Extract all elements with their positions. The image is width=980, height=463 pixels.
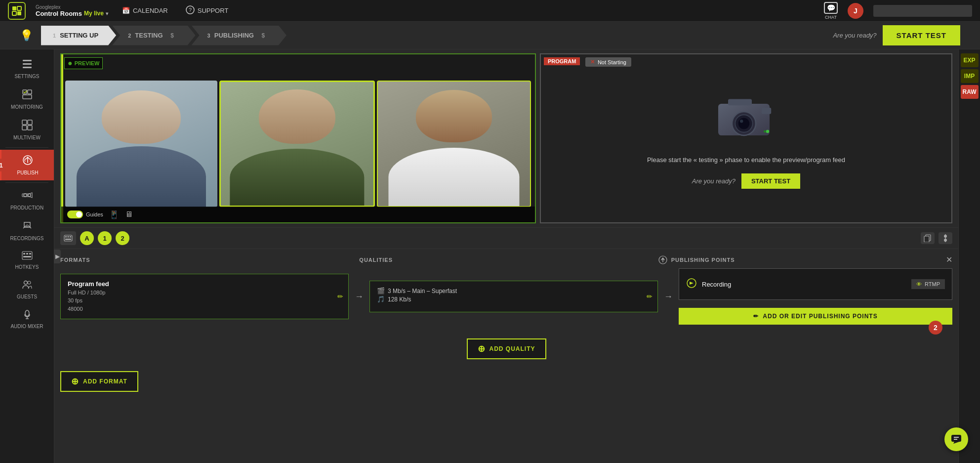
monitoring-label: MONITORING <box>11 104 43 110</box>
user-avatar[interactable]: J <box>848 3 863 19</box>
step-2-num: 2 <box>128 33 131 39</box>
program-label-text: PROGRAM <box>548 58 576 64</box>
svg-rect-22 <box>23 253 25 254</box>
svg-rect-14 <box>22 126 27 130</box>
sidebar-item-multiview[interactable]: MULTIVIEW <box>0 115 54 145</box>
layout-circle-a[interactable]: A <box>80 231 94 245</box>
qual-audio-text: 128 Kb/s <box>388 296 411 303</box>
add-format-button[interactable]: ⊕ ADD FORMAT <box>60 371 138 392</box>
collapse-sidebar-arrow[interactable]: ▶ <box>54 250 61 263</box>
format-card-line2: 30 fps <box>68 296 341 305</box>
step-2[interactable]: 2 TESTING $ <box>112 26 195 45</box>
svg-rect-1 <box>17 6 21 10</box>
sidebar-item-hotkeys[interactable]: HOTKEYS <box>0 246 54 275</box>
svg-point-20 <box>26 225 28 227</box>
guides-toggle[interactable]: Guides <box>67 210 103 218</box>
qual-video-row: 🎬 3 Mb/s – Main – Superfast <box>377 287 651 295</box>
sidebar-item-production[interactable]: PRODUCTION <box>0 185 54 215</box>
qual-video-text: 3 Mb/s – Main – Superfast <box>388 288 457 295</box>
audio-icon: 🎵 <box>377 295 385 303</box>
copy-icon[interactable] <box>921 232 935 244</box>
svg-point-28 <box>25 310 29 316</box>
bulb-icon: 💡 <box>20 29 33 42</box>
audio-mixer-label: AUDIO MIXER <box>10 324 43 329</box>
add-quality-row: ⊕ ADD QUALITY <box>60 331 952 367</box>
dropdown-arrow-icon[interactable]: ▾ <box>106 11 108 16</box>
raw-button[interactable]: RAW <box>961 85 979 99</box>
keyboard-layout-btn[interactable] <box>60 231 76 245</box>
sidebar-item-settings[interactable]: SETTINGS <box>0 53 54 84</box>
svg-rect-44 <box>65 239 71 240</box>
settings-label: SETTINGS <box>14 74 39 79</box>
sidebar-item-recordings[interactable]: RECORDINGS <box>0 215 54 246</box>
upload-icon <box>658 255 667 264</box>
svg-rect-43 <box>70 236 71 238</box>
format-card-edit-icon[interactable]: ✏ <box>337 293 343 300</box>
app-logo[interactable] <box>8 2 26 20</box>
left-sidebar: ▶ SETTINGS MONITORING <box>0 49 54 463</box>
guests-label: GUESTS <box>17 294 37 299</box>
svg-rect-40 <box>64 235 72 241</box>
not-starting-text: Not Starting <box>598 59 626 65</box>
pub-points-badge-2: 2 <box>929 321 942 335</box>
mobile-icon: 📱 <box>109 210 119 219</box>
rtmp-badge[interactable]: 👁 RTMP <box>911 279 945 289</box>
sidebar-item-guests[interactable]: GUESTS <box>0 275 54 304</box>
layout-circle-2[interactable]: 2 <box>116 231 129 245</box>
recording-card: Recording 👁 RTMP <box>679 268 952 300</box>
svg-point-27 <box>28 281 31 284</box>
svg-point-17 <box>24 194 27 197</box>
add-publishing-points-button[interactable]: ✏ ADD OR EDIT PUBLISHING POINTS <box>679 308 952 325</box>
sidebar-item-audio-mixer[interactable]: AUDIO MIXER <box>0 304 54 334</box>
center-content: ● PREVIEW <box>54 49 958 463</box>
svg-rect-13 <box>28 120 32 125</box>
chat-icon: 💬 <box>824 2 838 14</box>
format-card-title: Program feed <box>68 280 341 288</box>
add-quality-button[interactable]: ⊕ ADD QUALITY <box>467 338 546 359</box>
right-sidebar: EXP IMP RAW <box>958 49 980 463</box>
exp-button[interactable]: EXP <box>961 53 979 67</box>
pub-points-col: Recording 👁 RTMP ✏ ADD OR EDIT PUBLISHIN… <box>679 268 952 325</box>
guides-toggle-switch[interactable] <box>67 210 83 218</box>
qual-audio-row: 🎵 128 Kb/s <box>377 295 651 303</box>
pub-points-header-row: PUBLISHING POINTS <box>658 255 938 264</box>
recording-label: Recording <box>702 281 731 288</box>
options-icon[interactable] <box>939 232 952 244</box>
nav-calendar-link[interactable]: 📅 CALENDAR <box>118 5 172 16</box>
user-initial: J <box>854 7 858 15</box>
step-1[interactable]: 1 SETTING UP <box>41 26 116 45</box>
step-bar: 💡 1 SETTING UP 2 TESTING $ 3 PUBLISHING … <box>0 22 980 49</box>
quality-card-edit-icon[interactable]: ✏ <box>647 293 653 300</box>
svg-rect-8 <box>23 67 32 68</box>
close-publishing-button[interactable]: ✕ <box>938 255 952 264</box>
preview-program-area: ● PREVIEW <box>54 49 958 227</box>
layout-switcher-bar: A 1 2 <box>54 227 958 249</box>
quality-card: 🎬 3 Mb/s – Main – Superfast 🎵 128 Kb/s ✏ <box>369 281 658 312</box>
bottom-chat-button[interactable] <box>944 427 968 451</box>
preview-person-3 <box>377 81 531 208</box>
step-3[interactable]: 3 PUBLISHING $ <box>192 26 286 45</box>
preview-person-1 <box>65 81 217 208</box>
recordings-icon <box>22 220 33 234</box>
svg-rect-10 <box>28 90 32 94</box>
format-card-line1: Full HD / 1080p <box>68 289 341 297</box>
svg-point-38 <box>766 130 769 133</box>
chat-button[interactable]: 💬 CHAT <box>824 2 838 20</box>
sidebar-item-publish[interactable]: 1 PUBLISH <box>0 150 54 180</box>
step-3-badge: $ <box>258 30 269 41</box>
col-publishing-points-header: PUBLISHING POINTS <box>671 257 735 263</box>
nav-support-link[interactable]: ? SUPPORT <box>182 3 233 18</box>
svg-rect-7 <box>23 63 32 65</box>
sidebar-item-monitoring[interactable]: MONITORING <box>0 84 54 115</box>
start-test-button[interactable]: START TEST <box>883 25 960 45</box>
program-start-test-button[interactable]: START TEST <box>741 173 800 189</box>
step-1-label: SETTING UP <box>60 32 98 39</box>
nav-brand-title[interactable]: Control Rooms My live ▾ <box>36 10 108 17</box>
layout-circle-1[interactable]: 1 <box>98 231 112 245</box>
nav-brand-sub: Googleplex <box>36 4 108 10</box>
imp-button[interactable]: IMP <box>961 69 979 83</box>
plus-icon-format: ⊕ <box>71 376 79 387</box>
nav-brand-live: My live <box>84 10 104 17</box>
sidebar-divider-1 <box>5 147 48 148</box>
production-label: PRODUCTION <box>10 205 43 210</box>
